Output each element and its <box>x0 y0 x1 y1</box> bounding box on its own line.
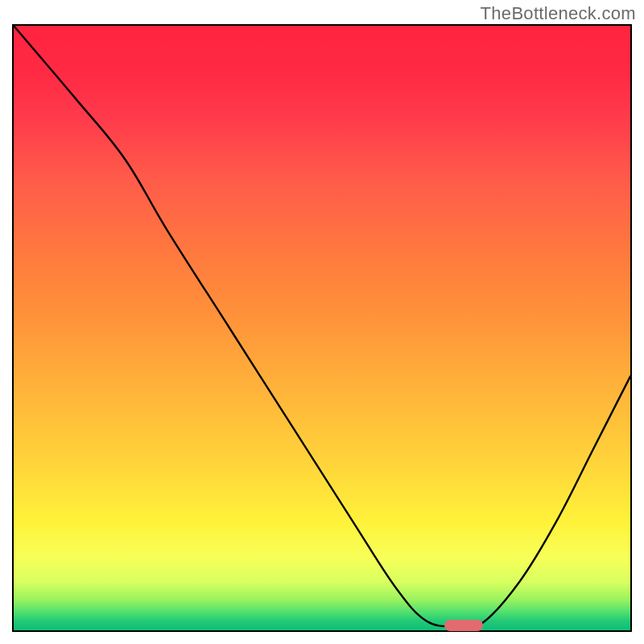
curve-path <box>14 26 630 628</box>
optimal-marker-pill <box>444 620 483 631</box>
chart-container: TheBottleneck.com <box>0 0 644 644</box>
plot-frame <box>12 24 632 632</box>
plot-curve-svg <box>14 26 630 630</box>
watermark-text: TheBottleneck.com <box>481 3 636 24</box>
